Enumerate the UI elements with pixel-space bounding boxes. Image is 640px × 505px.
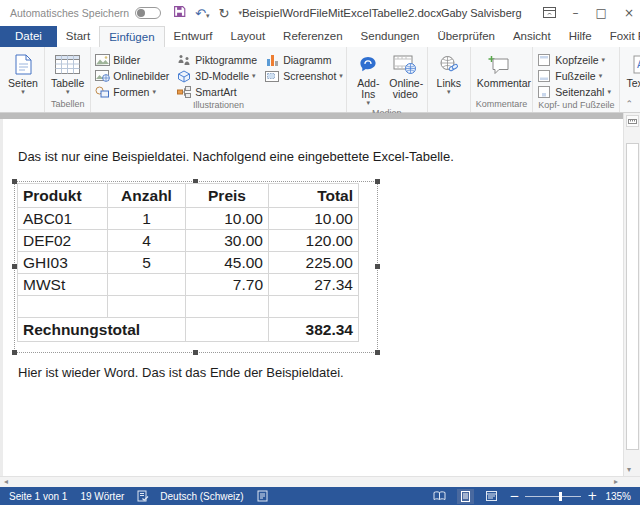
tab-referenzen[interactable]: Referenzen <box>274 26 351 47</box>
selection-handle[interactable] <box>375 264 380 269</box>
diagramm-button[interactable]: Diagramm <box>264 53 343 67</box>
col-header-produkt[interactable]: Produkt <box>18 184 108 208</box>
restore-button[interactable]: □ <box>596 7 607 19</box>
col-header-anzahl[interactable]: Anzahl <box>108 184 186 208</box>
kopfzeile-button[interactable]: Kopfzeile ▾ <box>536 53 611 67</box>
zoom-in-icon[interactable]: + <box>587 490 597 502</box>
zoom-slider[interactable] <box>525 496 581 497</box>
web-layout-button[interactable] <box>483 489 500 504</box>
cell-total-value[interactable]: 382.34 <box>269 318 359 342</box>
table-row: MWSt 7.70 27.34 <box>18 274 359 296</box>
close-button[interactable]: × <box>624 7 634 19</box>
selection-handle[interactable] <box>193 350 198 355</box>
tab-einfuegen[interactable]: Einfügen <box>99 26 164 47</box>
paragraph-intro[interactable]: Das ist nur eine Beispieldatei. Nachfolg… <box>18 149 454 164</box>
scroll-down-icon[interactable]: ▾ <box>627 465 631 474</box>
kopfzeile-dropdown-icon: ▾ <box>602 56 606 64</box>
redo-icon[interactable]: ↻ <box>219 7 230 20</box>
tab-ueberpruefen[interactable]: Überprüfen <box>428 26 504 47</box>
formen-button[interactable]: Formen ▾ <box>94 85 169 99</box>
selection-handle[interactable] <box>375 179 380 184</box>
kommentar-button[interactable]: Kommentar <box>474 49 522 89</box>
cell-total[interactable]: 120.00 <box>269 230 359 252</box>
cell-empty[interactable] <box>108 296 186 318</box>
tab-sendungen[interactable]: Sendungen <box>352 26 429 47</box>
bilder-button[interactable]: Bilder <box>94 53 169 67</box>
cell-anzahl[interactable] <box>108 274 186 296</box>
read-mode-button[interactable] <box>431 489 448 504</box>
cell-total[interactable]: 225.00 <box>269 252 359 274</box>
excel-table[interactable]: Produkt Anzahl Preis Total ABC01 1 10.00… <box>17 183 359 342</box>
cell-empty[interactable] <box>269 296 359 318</box>
cell-produkt[interactable]: DEF02 <box>18 230 108 252</box>
tabelle-button[interactable]: Tabelle ▾ <box>48 49 87 96</box>
cell-preis[interactable]: 7.70 <box>186 274 269 296</box>
tab-hilfe[interactable]: Hilfe <box>560 26 601 47</box>
print-layout-button[interactable] <box>457 489 474 504</box>
add-ins-button[interactable]: Add-Ins ▾ <box>350 49 387 107</box>
accessibility-status-icon[interactable] <box>257 490 268 502</box>
piktogramme-button[interactable]: Piktogramme <box>176 53 257 67</box>
zoom-level[interactable]: 135% <box>605 491 631 502</box>
textfeld-button[interactable]: A Textfeld ▾ <box>623 49 640 96</box>
tab-ansicht[interactable]: Ansicht <box>504 26 560 47</box>
horizontal-scrollbar[interactable]: ◂ ▸ <box>0 476 640 487</box>
minimize-button[interactable]: – <box>573 7 579 19</box>
online-video-button[interactable]: Online-video <box>387 49 424 100</box>
autosave-toggle[interactable] <box>135 7 161 19</box>
scroll-left-icon[interactable]: ◂ <box>4 477 8 486</box>
language-indicator[interactable]: Deutsch (Schweiz) <box>160 491 243 502</box>
table-row: GHI03 5 45.00 225.00 <box>18 252 359 274</box>
cell-produkt[interactable]: MWSt <box>18 274 108 296</box>
selection-handle[interactable] <box>375 350 380 355</box>
cell-preis[interactable]: 45.00 <box>186 252 269 274</box>
proofing-status-icon[interactable] <box>137 490 149 502</box>
seitenzahl-button[interactable]: Seitenzahl ▾ <box>536 85 611 99</box>
ruler-toggle-icon[interactable] <box>626 115 639 127</box>
cell-produkt[interactable]: GHI03 <box>18 252 108 274</box>
cell-total[interactable]: 27.34 <box>269 274 359 296</box>
cell-anzahl[interactable]: 4 <box>108 230 186 252</box>
cell-preis[interactable]: 10.00 <box>186 208 269 230</box>
cell-preis[interactable]: 30.00 <box>186 230 269 252</box>
col-header-preis[interactable]: Preis <box>186 184 269 208</box>
ribbon-display-options-icon[interactable] <box>543 4 556 22</box>
seiten-button[interactable]: Seiten ▾ <box>5 49 41 96</box>
scroll-right-icon[interactable]: ▸ <box>614 477 618 486</box>
fusszeile-button[interactable]: Fußzeile ▾ <box>536 69 611 83</box>
onlinebilder-icon <box>94 70 110 82</box>
3d-modelle-button[interactable]: 3D-Modelle ▾ <box>176 69 257 83</box>
cell-total-label[interactable]: Rechnungstotal <box>18 318 186 342</box>
col-header-total[interactable]: Total <box>269 184 359 208</box>
vertical-scrollbar-thumb[interactable] <box>626 143 639 450</box>
page-indicator[interactable]: Seite 1 von 1 <box>9 491 67 502</box>
cell-empty[interactable] <box>186 296 269 318</box>
cell-total[interactable]: 10.00 <box>269 208 359 230</box>
tab-foxit-reader-pdf[interactable]: Foxit Reader PDF <box>601 26 640 47</box>
vertical-scrollbar[interactable]: ▾ <box>623 113 640 476</box>
cell-anzahl[interactable]: 5 <box>108 252 186 274</box>
cell-anzahl[interactable]: 1 <box>108 208 186 230</box>
selection-handle[interactable] <box>12 350 17 355</box>
cell-empty[interactable] <box>18 296 108 318</box>
document-page[interactable]: Das ist nur eine Beispieldatei. Nachfolg… <box>3 119 623 476</box>
tab-datei[interactable]: Datei <box>0 26 57 47</box>
tab-entwurf[interactable]: Entwurf <box>165 26 222 47</box>
cell-empty[interactable] <box>186 318 269 342</box>
tab-layout[interactable]: Layout <box>222 26 275 47</box>
embedded-excel-object[interactable]: Produkt Anzahl Preis Total ABC01 1 10.00… <box>14 181 378 353</box>
undo-button[interactable]: ↶▾ <box>195 4 209 22</box>
zoom-slider-thumb[interactable] <box>559 492 562 501</box>
save-icon[interactable] <box>173 4 186 22</box>
cell-produkt[interactable]: ABC01 <box>18 208 108 230</box>
onlinebilder-button[interactable]: Onlinebilder <box>94 69 169 83</box>
smartart-button[interactable]: SmartArt <box>176 85 257 99</box>
zoom-out-icon[interactable]: − <box>509 490 519 502</box>
paragraph-outro[interactable]: Hier ist wieder Word. Das ist das Ende d… <box>18 365 344 380</box>
collapse-ribbon-icon[interactable]: ⌃ <box>625 99 633 109</box>
user-name[interactable]: Gaby Salvisberg <box>441 7 522 19</box>
links-button[interactable]: Links ▾ <box>431 49 467 96</box>
word-count[interactable]: 19 Wörter <box>80 491 124 502</box>
tab-start[interactable]: Start <box>57 26 99 47</box>
screenshot-button[interactable]: Screenshot ▾ <box>264 69 343 83</box>
